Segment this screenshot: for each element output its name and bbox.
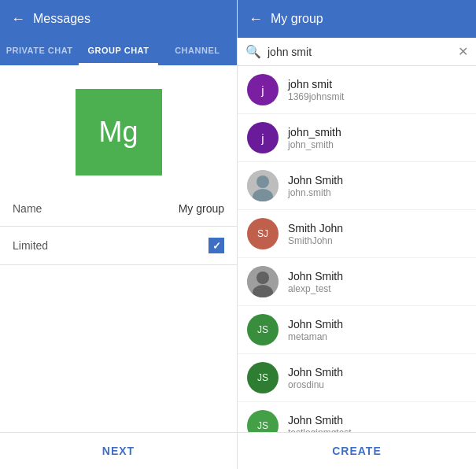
list-item[interactable]: JS John Smith metaman [238, 306, 476, 354]
left-header-title: Messages [33, 12, 90, 26]
limited-field-row: Limited [0, 227, 237, 265]
contact-info: John Smith john.smith [288, 174, 343, 198]
contact-info: Smith John SmithJohn [288, 222, 343, 246]
contact-info: john_smith john_smith [288, 126, 341, 150]
contact-name: John Smith [288, 270, 343, 283]
contact-username: SmithJohn [288, 235, 343, 246]
group-avatar-initials: Mg [98, 116, 138, 149]
left-header: ← Messages [0, 0, 237, 38]
name-field-row: Name My group [0, 191, 237, 227]
svg-point-1 [256, 175, 269, 188]
contact-name: John Smith [288, 318, 343, 331]
list-item[interactable]: JS John Smith testloginmqtest [238, 402, 476, 432]
limited-checkbox[interactable] [208, 238, 224, 253]
list-item[interactable]: JS John Smith orosdinu [238, 354, 476, 402]
list-item[interactable]: John Smith john.smith [238, 162, 476, 210]
contact-name: Smith John [288, 222, 343, 234]
clear-search-icon[interactable]: ✕ [458, 44, 468, 59]
left-content: Mg Name My group Limited [0, 65, 237, 432]
contact-info: John Smith orosdinu [288, 366, 343, 390]
contact-name: John Smith [288, 174, 343, 186]
contact-name: john smit [288, 78, 344, 90]
left-panel: ← Messages PRIVATE CHAT GROUP CHAT CHANN… [0, 0, 238, 469]
right-panel: ← My group 🔍 ✕ j john smit 1369johnsmit … [238, 0, 476, 469]
next-button[interactable]: NEXT [102, 445, 135, 457]
contact-info: John Smith testloginmqtest [288, 414, 352, 433]
contact-list: j john smit 1369johnsmit j john_smith jo… [238, 66, 476, 432]
avatar: JS [247, 314, 279, 345]
contact-username: 1369johnsmit [288, 91, 344, 102]
left-footer: NEXT [0, 432, 237, 469]
tab-channel[interactable]: CHANNEL [158, 38, 237, 65]
search-bar: 🔍 ✕ [238, 38, 476, 66]
contact-username: metaman [288, 331, 343, 342]
limited-label: Limited [13, 239, 48, 252]
search-icon: 🔍 [245, 44, 261, 59]
contact-info: John Smith alexp_test [288, 270, 343, 294]
name-value: My group [179, 202, 224, 215]
avatar [247, 266, 279, 297]
search-input[interactable] [268, 46, 452, 58]
avatar: JS [247, 410, 279, 432]
checkbox-icon[interactable] [208, 238, 224, 253]
contact-username: john_smith [288, 139, 341, 150]
tab-private-chat[interactable]: PRIVATE CHAT [0, 38, 79, 65]
right-footer: CREATE [238, 432, 476, 469]
left-back-button[interactable]: ← [11, 11, 25, 28]
tab-bar: PRIVATE CHAT GROUP CHAT CHANNEL [0, 38, 237, 65]
list-item[interactable]: John Smith alexp_test [238, 258, 476, 306]
contact-name: John Smith [288, 414, 352, 427]
avatar: j [247, 74, 279, 105]
contact-name: John Smith [288, 366, 343, 379]
right-back-button[interactable]: ← [249, 11, 263, 28]
contact-info: john smit 1369johnsmit [288, 78, 344, 102]
avatar: SJ [247, 218, 279, 249]
contact-info: John Smith metaman [288, 318, 343, 342]
list-item[interactable]: SJ Smith John SmithJohn [238, 210, 476, 258]
avatar: JS [247, 362, 279, 393]
contact-username: orosdinu [288, 379, 343, 390]
avatar: j [247, 122, 279, 153]
list-item[interactable]: j john_smith john_smith [238, 114, 476, 162]
create-button[interactable]: CREATE [332, 445, 382, 457]
contact-username: john.smith [288, 187, 343, 198]
name-label: Name [13, 202, 42, 215]
svg-point-4 [256, 271, 269, 284]
avatar [247, 170, 279, 201]
right-header: ← My group [238, 0, 476, 38]
contact-name: john_smith [288, 126, 341, 138]
list-item[interactable]: j john smit 1369johnsmit [238, 66, 476, 114]
right-header-title: My group [271, 12, 323, 26]
contact-username: alexp_test [288, 283, 343, 294]
tab-group-chat[interactable]: GROUP CHAT [79, 38, 157, 65]
group-avatar[interactable]: Mg [76, 89, 162, 175]
